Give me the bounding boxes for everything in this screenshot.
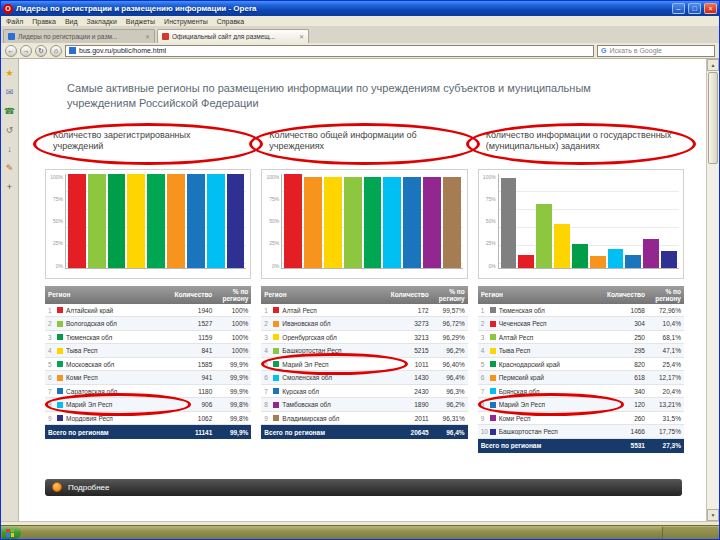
browser-content: ★✉☎↺↓✎+ Самые активные регионы по размещ… [1,59,719,521]
menu-bar: ФайлПравкаВидЗакладкиВиджетыИнструментыС… [1,16,719,27]
scroll-down-icon[interactable]: ▼ [707,509,719,521]
home-icon[interactable]: ⌂ [50,45,62,57]
region-name: Башкортостан Респ [499,428,607,435]
table-row[interactable]: 4Тыва Респ841100% [45,344,251,358]
table-row[interactable]: 3Оренбургская обл321396,29% [261,331,467,345]
count-value: 3213 [391,334,429,341]
table-row[interactable]: 7Брянская обл34020,4% [478,385,684,399]
history-icon[interactable]: ↺ [6,126,14,135]
row-number: 4 [264,347,273,354]
window-title-bar[interactable]: O Лидеры по регистрации и размещению инф… [1,1,719,16]
tab-label: Официальный сайт для размещ... [172,33,296,40]
scrollbar-track[interactable] [707,165,719,509]
table-row[interactable]: 1Алтайский край1940100% [45,304,251,318]
chart-bar [383,177,401,268]
chart-bar [661,251,677,268]
table-row[interactable]: 8Марий Эл Респ90699,8% [45,398,251,412]
table-row[interactable]: 5Краснодарский край82025,4% [478,358,684,372]
table-row[interactable]: 4Башкортостан Респ521596,2% [261,344,467,358]
table-row[interactable]: 6Коми Респ94199,9% [45,371,251,385]
table-row[interactable]: 6Пермский край61812,17% [478,371,684,385]
menu-item-правка[interactable]: Правка [32,18,56,25]
vertical-scrollbar[interactable]: ▲ ▼ [706,59,719,521]
address-input[interactable]: bus.gov.ru/public/home.html [65,45,594,57]
downloads-icon[interactable]: ↓ [7,145,12,154]
chart-bar [284,174,302,268]
table-row[interactable]: 10Башкортостан Респ146617,75% [478,425,684,439]
table-row[interactable]: 8Марий Эл Респ12013,21% [478,398,684,412]
menu-item-файл[interactable]: Файл [6,18,23,25]
menu-item-закладки[interactable]: Закладки [87,18,117,25]
table-row[interactable]: 8Тамбовская обл189096,2% [261,398,467,412]
close-button[interactable]: × [704,3,717,14]
table-header-row: Регион Количество % по региону [45,286,251,304]
table-row[interactable]: 1Тюменская обл105872,96% [478,304,684,318]
table-row[interactable]: 5Марий Эл Респ101196,40% [261,358,467,372]
table-row[interactable]: 2Вологодская обл1527100% [45,317,251,331]
bookmarks-star-icon[interactable]: ★ [5,69,13,78]
percent-value: 96,29% [429,334,465,341]
menu-item-инструменты[interactable]: Инструменты [164,18,208,25]
browser-tab[interactable]: Официальный сайт для размещ...✕ [157,29,309,43]
bar-chart: 100%75%50%25%0% [45,169,251,279]
scroll-up-icon[interactable]: ▲ [707,59,719,71]
report-column-state-tasks: Количество информации о государственных … [478,127,684,453]
table-row[interactable]: 9Мордовия Респ106299,8% [45,412,251,426]
contacts-phone-icon[interactable]: ☎ [4,107,15,116]
total-count: 5531 [607,442,645,449]
table-row[interactable]: 5Московская обл158599,9% [45,358,251,372]
column-header-region: Регион [481,291,607,298]
start-button[interactable] [2,527,21,539]
menu-item-справка[interactable]: Справка [217,18,244,25]
table-row[interactable]: 2Чеченская Респ30410,4% [478,317,684,331]
table-row[interactable]: 6Смоленская обл143096,4% [261,371,467,385]
table-row[interactable]: 7Курская обл243096,3% [261,385,467,399]
back-icon[interactable]: ← [5,45,17,57]
table-total-row: Всего по регионам 5531 27,3% [478,439,684,453]
percent-value: 96,4% [429,374,465,381]
reload-icon[interactable]: ↻ [35,45,47,57]
table-row[interactable]: 9Владимирская обл201196,31% [261,412,467,426]
chart-bar [403,177,421,268]
scrollbar-thumb[interactable] [708,72,718,164]
menu-item-виджеты[interactable]: Виджеты [126,18,155,25]
tab-close-icon[interactable]: ✕ [299,33,304,40]
search-input[interactable]: G Искать в Google [597,45,715,57]
table-row[interactable]: 9Коми Респ26031,5% [478,412,684,426]
region-name: Тюменская обл [499,307,607,314]
details-button[interactable]: Подробнее [45,479,682,496]
tab-close-icon[interactable]: ✕ [145,33,150,40]
count-value: 618 [607,374,645,381]
row-number: 10 [481,428,490,435]
add-panel-icon[interactable]: + [7,183,12,192]
table-row[interactable]: 2Ивановская обл327396,72% [261,317,467,331]
table-body: 1Алтай Респ17299,57%2Ивановская обл32739… [261,304,467,426]
percent-value: 96,40% [429,361,465,368]
table-row[interactable]: 3Алтай Респ25068,1% [478,331,684,345]
menu-item-вид[interactable]: Вид [65,18,78,25]
y-tick-label: 75% [48,196,63,202]
legend-color-swatch [273,307,279,313]
notes-icon[interactable]: ✎ [6,164,14,173]
table-row[interactable]: 4Тыва Респ29547,1% [478,344,684,358]
y-tick-label: 100% [481,174,496,180]
browser-tab[interactable]: Лидеры по регистрации и разм...✕ [3,29,155,43]
forward-icon[interactable]: → [20,45,32,57]
table-row[interactable]: 1Алтай Респ17299,57% [261,304,467,318]
region-name: Владимирская обл [282,415,390,422]
row-number: 6 [481,374,490,381]
chart-bar [344,177,362,267]
mail-icon[interactable]: ✉ [6,88,14,97]
y-tick-label: 25% [48,240,63,246]
maximize-button[interactable]: □ [688,3,701,14]
table-row[interactable]: 3Тюменская обл1159100% [45,331,251,345]
row-number: 3 [48,334,57,341]
chart-plot [65,174,246,269]
windows-taskbar [1,525,719,539]
table-row[interactable]: 7Саратовская обл118099,9% [45,385,251,399]
total-pct: 27,3% [645,442,681,449]
legend-color-swatch [273,415,279,421]
chart-bar [207,174,225,268]
legend-color-swatch [273,402,279,408]
minimize-button[interactable]: – [672,3,685,14]
